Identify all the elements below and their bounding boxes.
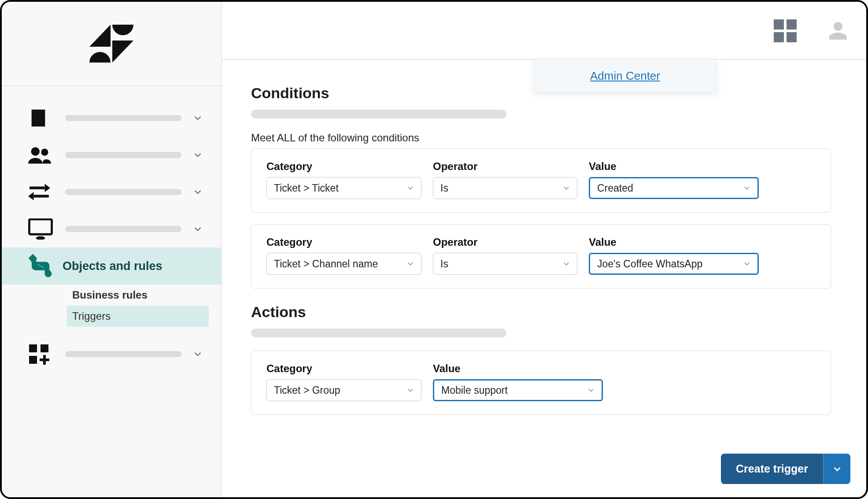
placeholder-bar xyxy=(65,189,181,195)
main-content: Conditions Meet ALL of the following con… xyxy=(222,60,866,497)
admin-center-window: Admin Center xyxy=(0,0,868,499)
svg-point-3 xyxy=(41,148,48,155)
condition-operator-select[interactable]: Is xyxy=(433,253,577,275)
chevron-down-icon xyxy=(192,223,203,235)
label-category: Category xyxy=(266,362,421,375)
people-icon xyxy=(28,145,55,165)
sidebar-item-people[interactable] xyxy=(2,137,221,174)
condition-row: Category Ticket > Ticket Operator Is Val… xyxy=(251,148,831,213)
condition-row: Category Ticket > Channel name Operator … xyxy=(251,224,831,288)
sidebar-item-company[interactable] xyxy=(2,100,221,137)
chevron-down-icon xyxy=(192,149,203,161)
condition-category-select[interactable]: Ticket > Ticket xyxy=(266,177,421,199)
sidebar-subnav: Business rules Triggers xyxy=(2,285,221,327)
profile-icon[interactable] xyxy=(827,20,849,41)
condition-value-select[interactable]: Created xyxy=(589,177,759,199)
sidebar-item-workspaces[interactable] xyxy=(2,211,221,248)
label-value: Value xyxy=(589,160,759,173)
svg-marker-1 xyxy=(112,41,133,63)
chevron-down-icon xyxy=(587,386,595,395)
svg-rect-9 xyxy=(41,344,48,352)
chevron-down-icon xyxy=(406,259,415,268)
svg-marker-0 xyxy=(89,25,111,47)
top-bar xyxy=(222,2,866,60)
apps-add-icon xyxy=(28,344,55,365)
building-icon xyxy=(28,108,55,128)
chevron-down-icon xyxy=(406,184,415,192)
chevron-down-icon xyxy=(192,112,203,124)
label-category: Category xyxy=(266,160,421,173)
placeholder-bar xyxy=(251,110,506,118)
chevron-down-icon xyxy=(562,184,571,192)
sidebar-nav: Objects and rules Business rules Trigger… xyxy=(2,86,221,373)
placeholder-bar xyxy=(65,115,181,121)
logo xyxy=(2,2,221,86)
subnav-triggers[interactable]: Triggers xyxy=(67,306,209,327)
workflow-icon xyxy=(28,254,55,278)
placeholder-bar xyxy=(251,329,506,337)
sidebar: Objects and rules Business rules Trigger… xyxy=(2,2,222,497)
action-value-select[interactable]: Mobile support xyxy=(433,379,603,401)
label-value: Value xyxy=(589,236,759,248)
condition-value-select[interactable]: Joe's Coffee WhatsApp xyxy=(589,253,759,275)
svg-rect-10 xyxy=(29,356,37,364)
condition-category-select[interactable]: Ticket > Channel name xyxy=(266,253,421,275)
chevron-down-icon xyxy=(562,259,571,268)
sidebar-item-transfer[interactable] xyxy=(2,174,221,211)
label-category: Category xyxy=(266,236,421,248)
conditions-meet-all-label: Meet ALL of the following conditions xyxy=(251,132,831,144)
label-value: Value xyxy=(433,362,603,375)
create-trigger-dropdown[interactable] xyxy=(823,454,850,484)
chevron-down-icon xyxy=(742,184,751,192)
placeholder-bar xyxy=(65,351,181,357)
svg-point-2 xyxy=(31,147,40,156)
arrows-horizontal-icon xyxy=(28,183,55,201)
subnav-business-rules[interactable]: Business rules xyxy=(67,285,221,306)
label-operator: Operator xyxy=(433,236,577,248)
sidebar-item-objects-and-rules[interactable]: Objects and rules xyxy=(2,248,221,285)
svg-rect-4 xyxy=(29,219,52,234)
sidebar-item-apps[interactable] xyxy=(2,336,221,373)
monitor-icon xyxy=(28,218,55,240)
actions-title: Actions xyxy=(251,303,831,321)
chevron-down-icon xyxy=(192,348,203,360)
chevron-down-icon xyxy=(406,386,415,395)
products-icon[interactable] xyxy=(774,19,797,42)
svg-point-5 xyxy=(36,236,45,240)
label-operator: Operator xyxy=(433,160,577,173)
conditions-title: Conditions xyxy=(251,85,831,102)
top-bar-icons xyxy=(774,19,849,42)
sidebar-item-label: Objects and rules xyxy=(55,259,203,273)
placeholder-bar xyxy=(65,152,181,158)
svg-rect-8 xyxy=(29,344,37,352)
chevron-down-icon xyxy=(742,259,751,268)
footer-actions: Create trigger xyxy=(721,454,850,484)
chevron-down-icon xyxy=(192,186,203,198)
create-trigger-button[interactable]: Create trigger xyxy=(721,454,823,484)
action-row: Category Ticket > Group Value Mobile sup… xyxy=(251,351,831,415)
action-category-select[interactable]: Ticket > Group xyxy=(266,379,421,401)
placeholder-bar xyxy=(65,226,181,232)
condition-operator-select[interactable]: Is xyxy=(433,177,577,199)
